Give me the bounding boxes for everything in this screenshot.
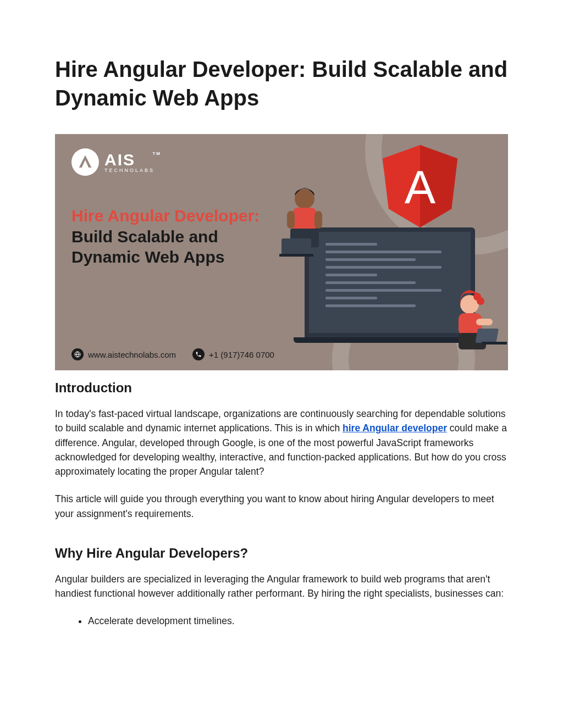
hero-contact: www.aistechnolabs.com +1 (917)746 0700 <box>71 348 274 360</box>
svg-point-13 <box>477 297 484 305</box>
why-paragraph: Angular builders are specialized in leve… <box>55 572 508 601</box>
svg-rect-5 <box>292 208 317 231</box>
svg-rect-18 <box>482 342 507 344</box>
why-bullet-list: Accelerate development timelines. <box>88 614 508 628</box>
hire-angular-developer-link[interactable]: hire Angular developer <box>343 423 447 434</box>
list-item: Accelerate development timelines. <box>88 614 508 628</box>
hero-phone: +1 (917)746 0700 <box>209 350 274 359</box>
globe-icon <box>71 348 84 360</box>
svg-rect-6 <box>287 211 295 229</box>
svg-rect-9 <box>282 238 311 255</box>
person-sitting-bottom-illustration <box>437 288 508 365</box>
svg-rect-7 <box>314 211 322 229</box>
company-logo: AISTM TECHNOLABS <box>71 148 154 176</box>
svg-rect-17 <box>475 329 499 343</box>
intro-heading: Introduction <box>55 380 508 396</box>
svg-point-4 <box>295 189 314 209</box>
svg-text:A: A <box>405 161 436 213</box>
logo-text-main: AISTM <box>104 152 154 168</box>
angular-shield-icon: A <box>382 145 459 227</box>
hero-website: www.aistechnolabs.com <box>88 350 176 359</box>
intro-paragraph-2: This article will guide you through ever… <box>55 492 508 521</box>
page-title: Hire Angular Developer: Build Scalable a… <box>55 55 508 112</box>
logo-mark-icon <box>71 148 99 176</box>
svg-rect-10 <box>279 254 313 257</box>
why-heading: Why Hire Angular Developers? <box>55 546 508 561</box>
phone-icon <box>192 348 205 360</box>
hero-headline: Hire Angular Developer: Build Scalable a… <box>71 205 269 268</box>
intro-paragraph-1: In today's fast-paced virtual landscape,… <box>55 407 508 479</box>
svg-rect-15 <box>476 319 493 325</box>
logo-text-sub: TECHNOLABS <box>104 168 154 173</box>
hero-banner: AISTM TECHNOLABS Hire Angular Developer:… <box>55 134 508 370</box>
person-sitting-top-illustration <box>272 184 338 260</box>
